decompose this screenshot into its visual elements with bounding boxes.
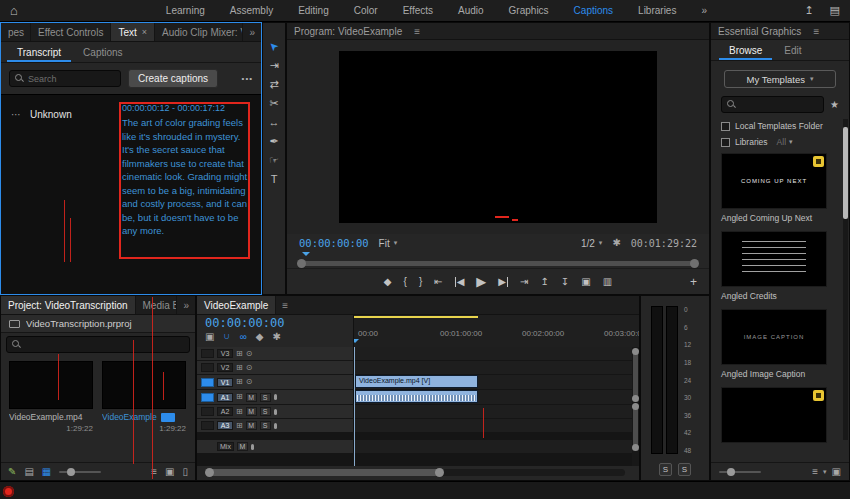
workspace-audio[interactable]: Audio [458, 5, 484, 16]
tab-media-browser[interactable]: Media Brows [136, 296, 178, 314]
source-patch[interactable] [201, 349, 214, 358]
workspace-overflow-icon[interactable]: » [701, 5, 707, 16]
type-tool-icon[interactable]: T [271, 174, 278, 185]
workspace-learning[interactable]: Learning [166, 5, 205, 16]
snap-icon[interactable]: ∩ [223, 332, 230, 342]
step-back-button[interactable]: ◀ [455, 277, 465, 287]
slider-knob[interactable] [67, 468, 75, 476]
eg-scrollbar[interactable] [843, 119, 848, 440]
source-patch[interactable] [201, 407, 214, 416]
libraries-checkbox[interactable]: Libraries All ▾ [721, 137, 839, 147]
solo-button[interactable]: S [260, 407, 271, 416]
eye-icon[interactable]: ⊙ [246, 378, 253, 386]
program-timecode[interactable]: 00:00:00:00 [299, 237, 369, 249]
slider-knob[interactable] [727, 468, 735, 476]
track-mix-header[interactable]: Mix M [197, 440, 353, 453]
timeline-playhead[interactable] [354, 347, 355, 466]
linked-selection-icon[interactable]: ∞ [240, 332, 247, 342]
clip-thumbnail[interactable] [9, 361, 93, 409]
solo-button[interactable]: S [260, 421, 271, 430]
workspace-effects[interactable]: Effects [403, 5, 433, 16]
template-thumbnail[interactable]: IMAGE CAPTION [721, 309, 827, 365]
transcript-search[interactable] [9, 70, 121, 87]
timeline-vertical-scrollbar[interactable] [632, 347, 639, 466]
edit-pencil-icon[interactable]: ✎ [8, 467, 16, 477]
step-forward-button[interactable]: ▶ [498, 277, 508, 287]
tab-text[interactable]: Text× [111, 23, 155, 41]
tab-overflow-icon[interactable]: » [243, 23, 261, 41]
workspace-graphics[interactable]: Graphics [509, 5, 549, 16]
template-item[interactable] [721, 387, 839, 443]
template-thumbnail[interactable]: COMING UP NEXT [721, 153, 827, 209]
tab-browse[interactable]: Browse [719, 42, 772, 60]
panel-menu-icon[interactable]: ≡ [408, 26, 426, 37]
checkbox-box[interactable] [721, 138, 730, 147]
tab-effect-controls[interactable]: Effect Controls [31, 23, 111, 41]
template-thumbnail[interactable] [721, 387, 827, 443]
eye-icon[interactable]: ⊙ [246, 350, 253, 358]
tab-overflow-icon[interactable]: » [177, 296, 195, 314]
add-marker-icon[interactable]: ◆ [256, 332, 264, 342]
tab-project[interactable]: Project: VideoTranscription [1, 296, 136, 314]
track-target[interactable]: V1 [217, 378, 233, 387]
sync-lock-icon[interactable]: ⊞ [236, 422, 243, 430]
settings-icon[interactable]: ✱ [612, 238, 620, 248]
audio-zoom-handle[interactable] [633, 405, 638, 449]
voiceover-mic-icon[interactable] [274, 394, 277, 400]
project-item-sequence[interactable]: VideoExample 1:29:22 [102, 361, 186, 457]
sync-lock-icon[interactable]: ⊞ [236, 408, 243, 416]
my-templates-select[interactable]: My Templates ▾ [724, 70, 836, 88]
sequence-name[interactable]: VideoExample [102, 412, 157, 422]
trash-icon[interactable]: ▯ [182, 467, 188, 477]
thumbnail-zoom-slider[interactable] [719, 471, 761, 473]
track-v3-header[interactable]: V3 ⊞ ⊙ [197, 347, 353, 360]
solo-button[interactable]: S [260, 393, 271, 402]
segment-text[interactable]: The art of color grading feels like it's… [122, 116, 248, 238]
transcript-search-input[interactable] [28, 74, 115, 84]
program-video-frame[interactable] [339, 51, 657, 223]
timeline-settings-icon[interactable]: ✱ [272, 332, 280, 342]
go-to-out-button[interactable]: ⇥ [520, 277, 528, 287]
solo-right-button[interactable]: S [678, 463, 691, 476]
list-view-icon[interactable]: ▤ [24, 467, 33, 477]
sort-menu-icon[interactable]: ≡ [812, 467, 818, 477]
subtab-transcript[interactable]: Transcript [7, 44, 71, 62]
create-captions-button[interactable]: Create captions [128, 69, 218, 88]
template-item-image-caption[interactable]: IMAGE CAPTION Angled Image Caption [721, 309, 839, 379]
subtab-captions[interactable]: Captions [73, 44, 132, 62]
project-search[interactable] [6, 336, 190, 353]
slip-tool-icon[interactable]: ↔ [269, 117, 280, 128]
track-target[interactable]: A3 [217, 421, 233, 430]
hand-tool-icon[interactable]: ☞ [269, 155, 279, 166]
extract-button[interactable]: ↧ [561, 277, 569, 287]
track-a2-lane[interactable] [353, 405, 632, 418]
template-item-coming-up-next[interactable]: COMING UP NEXT Angled Coming Up Next [721, 153, 839, 223]
close-icon[interactable]: × [142, 27, 147, 37]
timeline-ruler[interactable]: 00:00 00:01:00:00 00:02:00:00 00:03:00:0… [353, 315, 639, 347]
project-file-row[interactable]: VideoTranscription.prproj [1, 315, 195, 333]
panel-menu-icon[interactable]: ≡ [276, 296, 294, 314]
star-filter-icon[interactable]: ★ [830, 99, 839, 110]
template-thumbnail[interactable] [721, 231, 827, 287]
workspace-color[interactable]: Color [354, 5, 378, 16]
speaker-name[interactable]: Unknown [30, 109, 72, 120]
razor-tool-icon[interactable]: ✂ [269, 98, 278, 109]
more-options-icon[interactable]: ••• [242, 74, 253, 83]
program-zoom-scrollbar[interactable] [299, 261, 697, 266]
local-templates-checkbox[interactable]: Local Templates Folder [721, 121, 839, 131]
go-to-in-button[interactable]: ⇤ [434, 277, 442, 287]
mute-button[interactable]: M [246, 407, 257, 416]
mark-in-button[interactable]: { [404, 277, 407, 287]
scrollbar-thumb[interactable] [843, 127, 848, 219]
track-v2-header[interactable]: V2 ⊞ ⊙ [197, 361, 353, 374]
track-a2-header[interactable]: A2 ⊞ M S [197, 405, 353, 418]
track-a1-header[interactable]: A1 ⊞ M S [197, 390, 353, 404]
speaker-options-icon[interactable]: ⋯ [11, 109, 21, 120]
workspace-editing[interactable]: Editing [298, 5, 329, 16]
tab-lumetri-scopes[interactable]: pes [1, 23, 31, 41]
sync-lock-icon[interactable]: ⊞ [236, 378, 243, 386]
playback-resolution-select[interactable]: 1/2▾ [581, 238, 602, 249]
workspace-grid-icon[interactable]: ▤ [830, 4, 840, 17]
timeline-timecode[interactable]: 00:00:00:00 [205, 316, 353, 330]
sync-lock-icon[interactable]: ⊞ [236, 393, 243, 401]
